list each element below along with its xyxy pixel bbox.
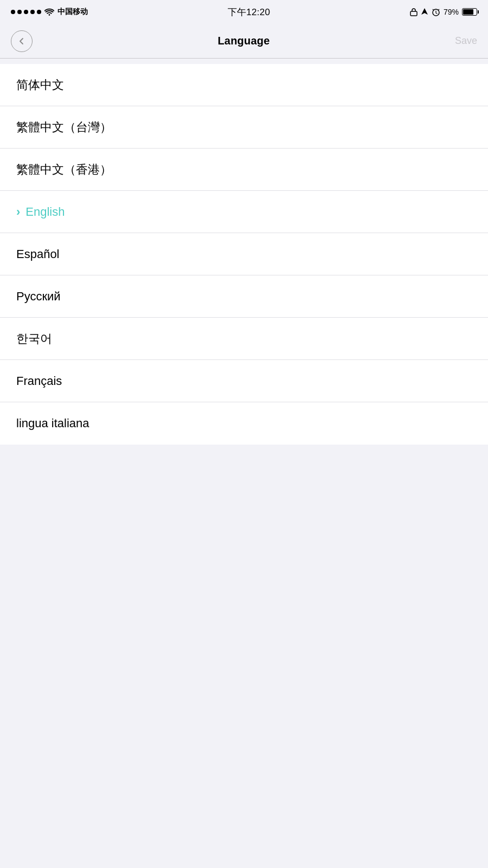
language-item-russian[interactable]: Русский	[0, 275, 488, 318]
location-icon	[421, 8, 428, 16]
language-list: 简体中文繁體中文（台灣）繁體中文（香港）›EnglishEspañolРусск…	[0, 64, 488, 445]
language-label: Français	[16, 374, 62, 388]
nav-bar: Language Save	[0, 24, 488, 59]
language-label: lingua italiana	[16, 416, 89, 430]
language-item-english[interactable]: ›English	[0, 191, 488, 233]
language-item-traditional-chinese-hk[interactable]: 繁體中文（香港）	[0, 149, 488, 191]
save-button[interactable]: Save	[455, 35, 477, 47]
page-title: Language	[217, 35, 269, 47]
language-label: 한국어	[16, 331, 52, 347]
signal-dots	[11, 10, 41, 14]
svg-rect-0	[410, 11, 417, 16]
battery-indicator	[462, 8, 477, 16]
language-label: Español	[16, 247, 60, 261]
language-item-traditional-chinese-taiwan[interactable]: 繁體中文（台灣）	[0, 106, 488, 149]
status-left: 中国移动	[11, 7, 88, 17]
language-item-italian[interactable]: lingua italiana	[0, 402, 488, 445]
language-label: 繁體中文（香港）	[16, 162, 112, 178]
back-button[interactable]	[11, 30, 33, 52]
alarm-icon	[432, 8, 440, 16]
language-label: 繁體中文（台灣）	[16, 119, 112, 136]
language-item-spanish[interactable]: Español	[0, 233, 488, 275]
status-bar: 中国移动 下午12:20 79%	[0, 0, 488, 24]
lock-icon	[410, 8, 418, 16]
wifi-icon	[44, 8, 54, 16]
status-time: 下午12:20	[228, 6, 271, 18]
chevron-icon: ›	[16, 205, 20, 219]
language-item-korean[interactable]: 한국어	[0, 318, 488, 360]
section-separator	[0, 59, 488, 64]
status-right: 79%	[410, 8, 477, 16]
language-item-french[interactable]: Français	[0, 360, 488, 402]
battery-percent: 79%	[444, 8, 459, 16]
language-label: 简体中文	[16, 77, 64, 93]
language-label: Русский	[16, 290, 61, 304]
language-label: English	[25, 205, 65, 219]
language-item-simplified-chinese[interactable]: 简体中文	[0, 64, 488, 106]
carrier-label: 中国移动	[57, 7, 88, 17]
